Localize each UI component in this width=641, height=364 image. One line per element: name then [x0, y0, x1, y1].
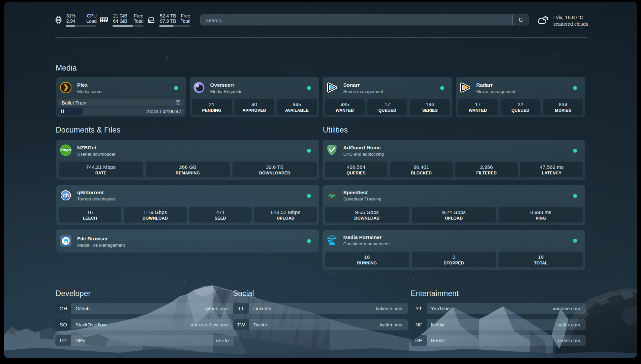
svg-text:qb: qb	[63, 192, 69, 198]
svg-text:nzbget: nzbget	[60, 148, 72, 152]
